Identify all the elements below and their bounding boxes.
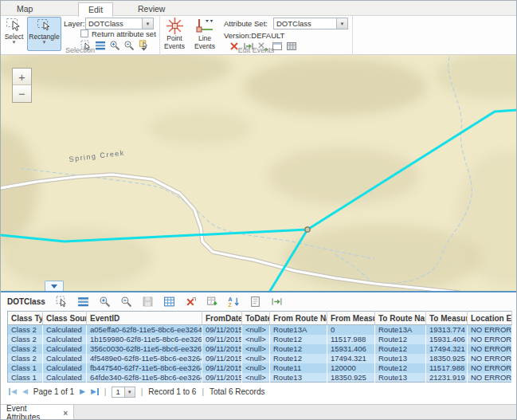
cell[interactable]: NO ERROR xyxy=(468,344,512,354)
layer-select-arrow-icon[interactable]: ▼ xyxy=(142,18,153,29)
cell[interactable]: <null> xyxy=(242,354,270,363)
col-header[interactable]: To Measure xyxy=(426,312,468,325)
table-row[interactable]: Class 2Calculated1b159980-62f8-11e5-8bc6… xyxy=(8,335,512,344)
delete-event-icon[interactable] xyxy=(185,296,198,308)
cell[interactable]: NO ERROR xyxy=(468,354,512,363)
zoom-in-button[interactable]: + xyxy=(13,69,31,85)
attribute-set-select[interactable]: DOTClass ▼ xyxy=(273,18,348,29)
col-header[interactable]: To Route Name xyxy=(375,312,426,325)
cell[interactable]: <null> xyxy=(242,335,270,344)
cell[interactable]: 09/11/2015 xyxy=(202,373,242,383)
show-all-rows-icon[interactable] xyxy=(77,296,90,308)
cell[interactable]: <null> xyxy=(242,373,270,383)
zoom-to-selected-icon[interactable] xyxy=(99,296,112,308)
col-header[interactable]: Class Source xyxy=(43,312,87,325)
col-header[interactable]: Class Type xyxy=(8,312,43,325)
attribute-set-arrow-icon[interactable]: ▼ xyxy=(336,18,347,29)
add-record-icon[interactable] xyxy=(206,296,219,308)
collapse-panel-button[interactable] xyxy=(45,281,64,291)
cell[interactable]: Calculated xyxy=(43,335,87,344)
cell[interactable]: 15931.406 xyxy=(327,344,375,354)
cell[interactable]: Class 1 xyxy=(8,363,43,373)
cell[interactable]: Route12 xyxy=(375,363,426,373)
return-attribute-set-checkbox[interactable] xyxy=(80,29,88,37)
cell[interactable]: <null> xyxy=(242,363,270,373)
cell[interactable]: Class 2 xyxy=(8,335,43,344)
cell[interactable]: 1b159980-62f8-11e5-8bc6-ee32641d5ec9 xyxy=(87,335,202,344)
cell[interactable]: Class 2 xyxy=(8,325,43,335)
cell[interactable]: NO ERROR xyxy=(468,325,512,335)
tab-event-attributes[interactable]: Event Attributes × xyxy=(1,405,74,420)
cell[interactable]: 11517.988 xyxy=(327,335,375,344)
cell[interactable]: 18350.925 xyxy=(327,373,375,383)
cell[interactable]: fb447540-62f7-11e5-8bc6-ee32641d5ec9 xyxy=(87,363,202,373)
cell[interactable]: 09/11/2015 xyxy=(202,335,242,344)
save-icon[interactable] xyxy=(142,296,155,308)
cell[interactable]: a05effa0-62f8-11e5-8bc6-ee32641d5ec9 xyxy=(87,325,202,335)
col-header[interactable]: From Measure xyxy=(327,312,375,325)
cell[interactable]: 09/11/2015 xyxy=(202,344,242,354)
measure-range-icon[interactable] xyxy=(271,296,284,308)
cell[interactable]: NO ERROR xyxy=(468,335,512,344)
cell[interactable]: 21231.919 xyxy=(426,373,468,383)
sort-icon[interactable]: AZ xyxy=(228,296,241,308)
cell[interactable]: <null> xyxy=(242,325,270,335)
tab-map[interactable]: Map xyxy=(7,2,42,17)
cell[interactable]: 17494.321 xyxy=(327,354,375,363)
table-row[interactable]: Class 2Calculateda05effa0-62f8-11e5-8bc6… xyxy=(8,325,512,335)
cell[interactable]: Calculated xyxy=(43,373,87,383)
page-select[interactable]: 1 ▼ xyxy=(112,387,135,398)
tab-edit[interactable]: Edit xyxy=(78,2,113,17)
cell[interactable]: <null> xyxy=(242,344,270,354)
cell[interactable]: Class 2 xyxy=(8,354,43,363)
cell[interactable]: 19313.774 xyxy=(426,325,468,335)
cell[interactable]: 64fde340-62f8-11e5-8bc6-ee32641d5ec9 xyxy=(87,373,202,383)
col-header[interactable]: Location Error xyxy=(468,312,512,325)
select-events-icon[interactable] xyxy=(56,296,69,308)
cell[interactable]: Calculated xyxy=(43,325,87,335)
close-tab-icon[interactable]: × xyxy=(63,409,68,418)
cell[interactable]: Route11 xyxy=(270,363,327,373)
zoom-out-button[interactable]: − xyxy=(13,85,31,102)
cell[interactable]: 17494.321 xyxy=(426,344,468,354)
layer-select[interactable]: DOTClass ▼ xyxy=(85,18,154,29)
cell[interactable]: Calculated xyxy=(43,354,87,363)
cell[interactable]: Route12 xyxy=(270,344,327,354)
cell[interactable]: NO ERROR xyxy=(468,373,512,383)
first-page-button[interactable]: ◀ xyxy=(9,388,17,395)
cell[interactable]: 18350.925 xyxy=(426,354,468,363)
cell[interactable]: 09/11/2015 xyxy=(202,363,242,373)
cell[interactable]: Route13 xyxy=(270,373,327,383)
cell[interactable]: Route13A xyxy=(375,325,426,335)
col-header[interactable]: EventID xyxy=(87,312,202,325)
next-page-button[interactable]: ▶ xyxy=(80,388,85,395)
zoom-to-all-icon[interactable] xyxy=(120,296,133,308)
last-page-button[interactable]: ▶ xyxy=(91,388,99,395)
route-junction-vertex[interactable] xyxy=(305,227,310,232)
cell[interactable]: 356c0030-62f8-11e5-8bc6-ee32641d5ec9 xyxy=(87,344,202,354)
col-header[interactable]: ToDate xyxy=(242,312,270,325)
table-row[interactable]: Class 2Calculated356c0030-62f8-11e5-8bc6… xyxy=(8,344,512,354)
cell[interactable]: Route12 xyxy=(270,335,327,344)
cell[interactable]: 120000 xyxy=(327,363,375,373)
tab-review[interactable]: Review xyxy=(128,2,174,17)
table-row[interactable]: Class 2Calculated4f5489e0-62f8-11e5-8bc6… xyxy=(8,354,512,363)
cell[interactable]: Class 1 xyxy=(8,373,43,383)
cell[interactable]: Route13 xyxy=(375,354,426,363)
cell[interactable]: Route12 xyxy=(375,335,426,344)
page-select-arrow-icon[interactable]: ▼ xyxy=(124,387,135,397)
cell[interactable]: 11517.988 xyxy=(426,363,468,373)
cell[interactable]: Calculated xyxy=(43,363,87,373)
attribute-grid-icon[interactable] xyxy=(163,296,176,308)
cell[interactable]: Calculated xyxy=(43,344,87,354)
cell[interactable]: 09/11/2015 xyxy=(202,354,242,363)
cell[interactable]: 15931.406 xyxy=(426,335,468,344)
cell[interactable]: Route13 xyxy=(375,373,426,383)
cell[interactable]: NO ERROR xyxy=(468,363,512,373)
cell[interactable]: Route13A xyxy=(270,325,327,335)
cell[interactable]: Class 2 xyxy=(8,344,43,354)
cell[interactable]: 0 xyxy=(327,325,375,335)
cell[interactable]: 09/11/2015 xyxy=(202,325,242,335)
col-header[interactable]: From Route Name xyxy=(270,312,327,325)
previous-page-button[interactable]: ◀ xyxy=(22,388,28,395)
